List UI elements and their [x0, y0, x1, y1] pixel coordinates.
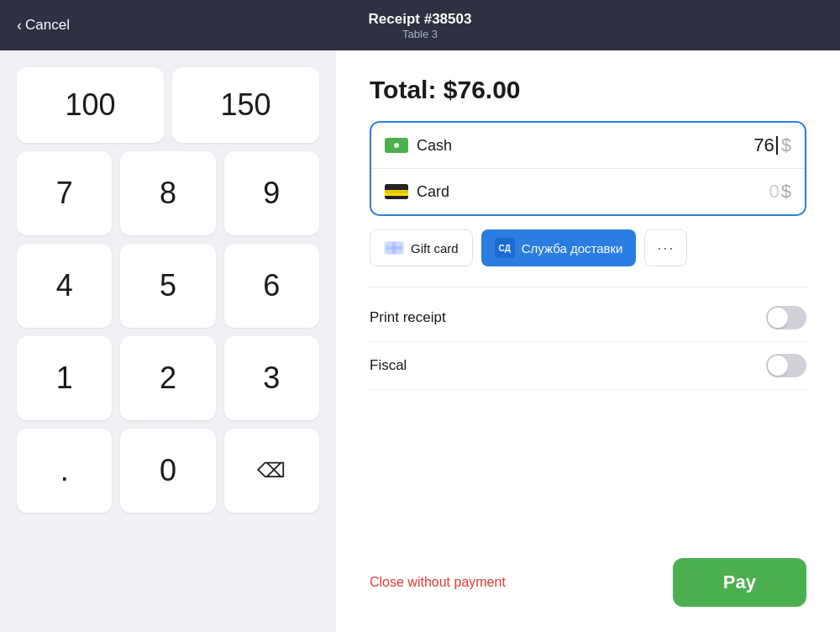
payment-section: Total: $76.00 Cash 76 $: [336, 50, 840, 632]
svg-rect-1: [394, 143, 399, 148]
card-icon: [385, 184, 408, 199]
fiscal-label: Fiscal: [370, 357, 407, 374]
receipt-title: Receipt #38503: [369, 11, 472, 28]
svg-rect-3: [385, 190, 408, 193]
numpad-4-button[interactable]: 4: [17, 244, 112, 328]
numpad-7-button[interactable]: 7: [17, 151, 112, 235]
numpad-3-button[interactable]: 3: [224, 336, 319, 420]
gift-card-icon: [384, 241, 404, 255]
main-layout: 100 150 7 8 9 4 5 6 1 2 3 . 0 ⌫ Total: $…: [0, 50, 840, 632]
pay-label: Pay: [723, 571, 756, 592]
numpad-backspace-button[interactable]: ⌫: [224, 429, 319, 513]
pay-button[interactable]: Pay: [673, 558, 806, 607]
numpad-150-button[interactable]: 150: [172, 67, 319, 143]
header-center: Receipt #38503 Table 3: [369, 11, 472, 40]
numpad-dot-button[interactable]: .: [17, 429, 112, 513]
card-amount: 0: [769, 181, 780, 203]
fiscal-row: Fiscal: [370, 342, 806, 390]
card-payment-row[interactable]: Card 0 $: [371, 169, 805, 214]
other-payments-row: Gift card СД Служба доставки ···: [370, 229, 806, 266]
svg-rect-6: [386, 246, 402, 250]
more-icon: ···: [657, 240, 675, 256]
gift-card-button[interactable]: Gift card: [370, 229, 473, 266]
delivery-icon: СД: [495, 238, 515, 258]
chevron-left-icon: ‹: [17, 17, 22, 34]
numpad-9-button[interactable]: 9: [224, 151, 319, 235]
numpad-6-button[interactable]: 6: [224, 244, 319, 328]
cancel-label: Cancel: [25, 17, 70, 34]
close-payment-label: Close without payment: [370, 575, 506, 589]
cash-payment-row[interactable]: Cash 76 $: [371, 123, 805, 169]
numpad-8-button[interactable]: 8: [120, 151, 215, 235]
table-subtitle: Table 3: [369, 28, 472, 40]
delivery-label: Служба доставки: [522, 241, 623, 255]
numpad-2-button[interactable]: 2: [120, 336, 215, 420]
cash-amount: 76: [753, 134, 774, 156]
gift-card-label: Gift card: [411, 241, 459, 255]
numpad-grid: 7 8 9 4 5 6 1 2 3 . 0 ⌫: [17, 151, 319, 513]
toggles-section: Print receipt Fiscal: [370, 287, 806, 390]
numpad-section: 100 150 7 8 9 4 5 6 1 2 3 . 0 ⌫: [0, 50, 336, 632]
close-without-payment-button[interactable]: Close without payment: [370, 566, 506, 598]
card-label: Card: [417, 183, 769, 201]
cancel-button[interactable]: ‹ Cancel: [17, 17, 70, 34]
total-label: Total: $76.00: [370, 76, 806, 104]
cash-cursor: [776, 136, 778, 155]
print-receipt-row: Print receipt: [370, 294, 806, 342]
print-receipt-label: Print receipt: [370, 309, 446, 326]
cash-currency: $: [781, 134, 791, 156]
numpad-5-button[interactable]: 5: [120, 244, 215, 328]
print-receipt-toggle[interactable]: [766, 306, 806, 329]
bottom-bar: Close without payment Pay: [370, 541, 806, 607]
app-header: ‹ Cancel Receipt #38503 Table 3: [0, 0, 840, 50]
delivery-button[interactable]: СД Служба доставки: [481, 229, 637, 266]
card-currency: $: [781, 181, 791, 203]
payment-methods-container: Cash 76 $ Card 0 $: [370, 121, 806, 216]
cash-label: Cash: [417, 137, 753, 155]
cash-icon: [385, 138, 408, 153]
fiscal-toggle[interactable]: [766, 354, 806, 377]
more-options-button[interactable]: ···: [644, 229, 687, 266]
numpad-top-row: 100 150: [17, 67, 319, 143]
numpad-100-button[interactable]: 100: [17, 67, 164, 143]
numpad-1-button[interactable]: 1: [17, 336, 112, 420]
numpad-0-button[interactable]: 0: [120, 429, 215, 513]
